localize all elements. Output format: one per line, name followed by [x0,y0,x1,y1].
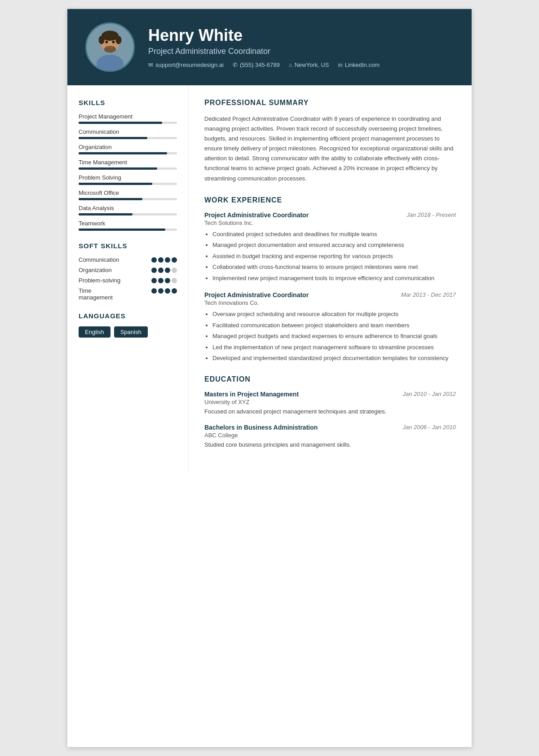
soft-skill-name: Timemanagement [79,287,151,301]
candidate-name: Henry White [148,26,380,45]
skill-name: Communication [79,128,177,135]
main-content: PROFESSIONAL SUMMARY Dedicated Project A… [189,85,472,471]
summary-section-title: PROFESSIONAL SUMMARY [204,99,456,109]
skill-bar-fill [79,152,167,154]
language-tag: Spanish [114,326,148,338]
dot-filled [172,257,177,263]
skill-item: Communication [79,128,177,139]
languages-section-title: LANGUAGES [79,312,177,320]
job-bullet: Led the implementation of new project ma… [212,343,456,352]
contact-location: ⌂ NewYork, US [289,62,329,68]
job-company: Tech Innovations Co. [204,299,456,306]
edu-desc: Studied core business principles and man… [204,440,456,449]
dot-filled [165,278,170,283]
education-section-title: EDUCATION [204,375,456,385]
resume-container: Henry White Project Administrative Coord… [67,9,472,747]
contact-phone: ✆ (555) 345-6789 [233,62,280,68]
edu-date: Jan 2006 - Jan 2010 [402,424,456,431]
jobs-list: Project Administrative Coordinator Jan 2… [204,211,456,363]
skill-dots [151,288,177,294]
job-title: Project Administrative Coordinator [204,291,309,299]
soft-skill-item: Organization [79,267,177,273]
job-bullet: Coordinated project schedules and deadli… [212,230,456,239]
job-bullet: Implemented new project management tools… [212,274,456,283]
skill-dots [151,278,177,283]
education-list: Masters in Project Management Jan 2010 -… [204,391,456,449]
soft-skill-name: Problem-solving [79,277,151,284]
education-item: Bachelors in Business Administration Jan… [204,424,456,449]
soft-skill-item: Problem-solving [79,277,177,284]
location-text: NewYork, US [295,62,329,68]
edu-header: Masters in Project Management Jan 2010 -… [204,391,456,398]
svg-point-7 [106,41,108,44]
job-item: Project Administrative Coordinator Mar 2… [204,291,456,363]
soft-skill-name: Organization [79,267,151,273]
dot-filled [165,257,170,263]
svg-point-8 [112,41,115,44]
skill-bar [79,122,177,124]
dot-filled [172,288,177,294]
skill-name: Time Management [79,159,177,166]
skill-bar [79,137,177,139]
contact-email: ✉ support@resumedesign.ai [148,62,224,68]
job-bullet: Managed project budgets and tracked expe… [212,332,456,341]
skill-bar [79,167,177,170]
skill-bar [79,229,177,231]
header: Henry White Project Administrative Coord… [67,9,472,85]
job-company: Tech Solutions Inc. [204,220,456,226]
skill-name: Project Management [79,113,177,120]
skill-name: Microsoft Office [79,189,177,196]
skill-item: Teamwork [79,220,177,231]
skill-bar-fill [79,122,162,124]
sidebar: SKILLS Project Management Communication … [67,85,189,471]
job-bullet: Developed and implemented standardized p… [212,354,456,363]
header-info: Henry White Project Administrative Coord… [148,26,380,68]
candidate-title: Project Administrative Coordinator [148,47,380,56]
job-bullets: Coordinated project schedules and deadli… [204,230,456,283]
skill-item: Problem Solving [79,174,177,185]
contact-linkedin: in LinkedIn.com [338,62,380,68]
skill-bar-fill [79,229,165,231]
soft-skill-item: Timemanagement [79,287,177,301]
skill-bar-fill [79,213,133,215]
skill-dots [151,257,177,263]
job-header: Project Administrative Coordinator Mar 2… [204,291,456,299]
skill-bar-fill [79,167,157,170]
experience-section-title: WORK EXPERIENCE [204,196,456,206]
skill-item: Microsoft Office [79,189,177,200]
svg-point-4 [98,35,104,44]
skill-name: Teamwork [79,220,177,227]
summary-text: Dedicated Project Administrative Coordin… [204,114,456,184]
edu-degree: Bachelors in Business Administration [204,424,318,431]
dot-filled [158,257,163,263]
job-item: Project Administrative Coordinator Jan 2… [204,211,456,283]
dot-filled [158,278,163,283]
job-bullet: Managed project documentation and ensure… [212,241,456,250]
linkedin-text: LinkedIn.com [345,62,380,68]
svg-point-5 [115,35,121,44]
skill-name: Problem Solving [79,174,177,181]
job-bullet: Collaborated with cross-functional teams… [212,263,456,272]
email-text: support@resumedesign.ai [155,62,224,68]
skill-bar [79,152,177,154]
job-bullet: Facilitated communication between projec… [212,321,456,330]
job-header: Project Administrative Coordinator Jan 2… [204,211,456,219]
skill-bar-fill [79,198,142,200]
soft-skill-item: Communication [79,256,177,263]
job-bullet: Assisted in budget tracking and expense … [212,252,456,261]
skill-item: Time Management [79,159,177,170]
edu-school: University of XYZ [204,399,456,405]
contact-row: ✉ support@resumedesign.ai ✆ (555) 345-67… [148,62,380,68]
location-icon: ⌂ [289,62,292,68]
skills-list: Project Management Communication Organiz… [79,113,177,231]
phone-icon: ✆ [233,62,238,68]
skills-section-title: SKILLS [79,99,177,106]
edu-school: ABC College [204,432,456,439]
soft-skill-name: Communication [79,256,151,263]
soft-skills-section-title: SOFT SKILLS [79,242,177,250]
dot-filled [151,268,157,273]
skill-bar-fill [79,137,147,139]
soft-skills-list: Communication Organization Problem-solvi… [79,256,177,301]
dot-filled [165,288,170,294]
skill-bar [79,213,177,215]
